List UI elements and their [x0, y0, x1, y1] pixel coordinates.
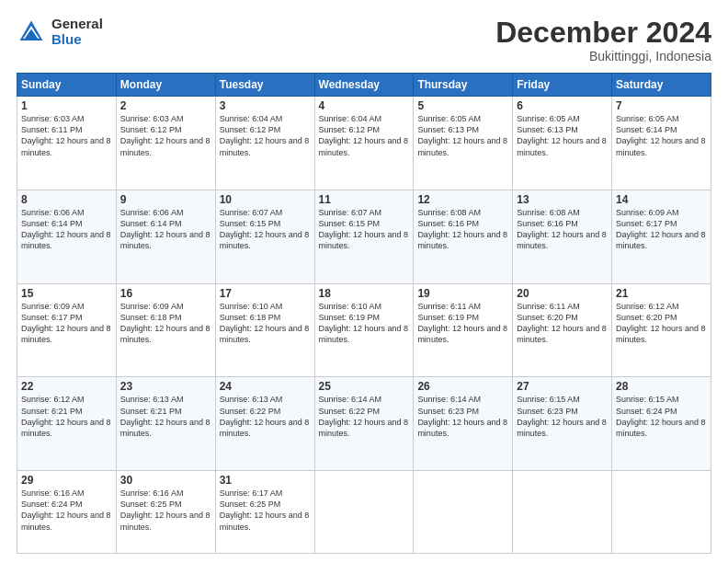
table-row: [314, 471, 414, 554]
day-info: Sunrise: 6:15 AM Sunset: 6:24 PM Dayligh…: [616, 394, 707, 439]
day-info: Sunrise: 6:16 AM Sunset: 6:25 PM Dayligh…: [120, 488, 211, 533]
col-friday: Friday: [513, 74, 612, 97]
table-row: 31Sunrise: 6:17 AM Sunset: 6:25 PM Dayli…: [215, 471, 314, 554]
day-number: 29: [21, 474, 112, 487]
day-info: Sunrise: 6:07 AM Sunset: 6:15 PM Dayligh…: [319, 207, 410, 252]
table-row: 24Sunrise: 6:13 AM Sunset: 6:22 PM Dayli…: [215, 377, 314, 471]
day-info: Sunrise: 6:12 AM Sunset: 6:21 PM Dayligh…: [21, 394, 112, 439]
day-info: Sunrise: 6:05 AM Sunset: 6:13 PM Dayligh…: [517, 113, 608, 158]
table-row: 3Sunrise: 6:04 AM Sunset: 6:12 PM Daylig…: [215, 97, 314, 190]
day-info: Sunrise: 6:11 AM Sunset: 6:19 PM Dayligh…: [417, 301, 508, 346]
day-number: 26: [417, 380, 508, 393]
logo: General Blue: [17, 17, 103, 47]
table-row: 19Sunrise: 6:11 AM Sunset: 6:19 PM Dayli…: [414, 283, 513, 377]
table-row: 6Sunrise: 6:05 AM Sunset: 6:13 PM Daylig…: [513, 97, 612, 190]
col-monday: Monday: [116, 74, 215, 97]
day-info: Sunrise: 6:13 AM Sunset: 6:21 PM Dayligh…: [120, 394, 211, 439]
day-number: 13: [517, 193, 608, 206]
day-info: Sunrise: 6:06 AM Sunset: 6:14 PM Dayligh…: [21, 207, 112, 252]
day-info: Sunrise: 6:09 AM Sunset: 6:18 PM Dayligh…: [120, 301, 211, 346]
day-info: Sunrise: 6:09 AM Sunset: 6:17 PM Dayligh…: [616, 207, 707, 252]
table-row: 12Sunrise: 6:08 AM Sunset: 6:16 PM Dayli…: [414, 190, 513, 283]
day-number: 4: [319, 99, 410, 112]
table-row: [513, 471, 612, 554]
day-number: 22: [21, 380, 112, 393]
table-row: 26Sunrise: 6:14 AM Sunset: 6:23 PM Dayli…: [414, 377, 513, 471]
day-info: Sunrise: 6:07 AM Sunset: 6:15 PM Dayligh…: [220, 207, 311, 252]
table-row: 23Sunrise: 6:13 AM Sunset: 6:21 PM Dayli…: [116, 377, 215, 471]
day-number: 7: [616, 99, 707, 112]
table-row: 17Sunrise: 6:10 AM Sunset: 6:18 PM Dayli…: [215, 283, 314, 377]
table-row: 8Sunrise: 6:06 AM Sunset: 6:14 PM Daylig…: [17, 190, 117, 283]
table-row: 28Sunrise: 6:15 AM Sunset: 6:24 PM Dayli…: [612, 377, 711, 471]
day-number: 6: [517, 99, 608, 112]
day-info: Sunrise: 6:04 AM Sunset: 6:12 PM Dayligh…: [220, 113, 311, 158]
day-number: 5: [417, 99, 508, 112]
calendar-table: Sunday Monday Tuesday Wednesday Thursday…: [17, 73, 711, 554]
day-number: 24: [220, 380, 311, 393]
table-row: 15Sunrise: 6:09 AM Sunset: 6:17 PM Dayli…: [17, 283, 117, 377]
table-row: 16Sunrise: 6:09 AM Sunset: 6:18 PM Dayli…: [116, 283, 215, 377]
day-number: 3: [220, 99, 311, 112]
page: General Blue December 2024 Bukittinggi, …: [0, 0, 728, 563]
day-number: 11: [319, 193, 410, 206]
day-number: 14: [616, 193, 707, 206]
day-number: 17: [220, 287, 311, 300]
table-row: 7Sunrise: 6:05 AM Sunset: 6:14 PM Daylig…: [612, 97, 711, 190]
day-number: 30: [120, 474, 211, 487]
table-row: 9Sunrise: 6:06 AM Sunset: 6:14 PM Daylig…: [116, 190, 215, 283]
day-number: 15: [21, 287, 112, 300]
table-row: 11Sunrise: 6:07 AM Sunset: 6:15 PM Dayli…: [314, 190, 414, 283]
day-info: Sunrise: 6:10 AM Sunset: 6:18 PM Dayligh…: [220, 301, 311, 346]
day-info: Sunrise: 6:14 AM Sunset: 6:22 PM Dayligh…: [319, 394, 410, 439]
day-number: 28: [616, 380, 707, 393]
table-row: 13Sunrise: 6:08 AM Sunset: 6:16 PM Dayli…: [513, 190, 612, 283]
day-info: Sunrise: 6:10 AM Sunset: 6:19 PM Dayligh…: [319, 301, 410, 346]
table-row: 20Sunrise: 6:11 AM Sunset: 6:20 PM Dayli…: [513, 283, 612, 377]
logo-icon: [17, 17, 46, 47]
main-title: December 2024: [495, 17, 711, 49]
day-info: Sunrise: 6:09 AM Sunset: 6:17 PM Dayligh…: [21, 301, 112, 346]
logo-text: General Blue: [51, 17, 103, 47]
day-info: Sunrise: 6:03 AM Sunset: 6:12 PM Dayligh…: [120, 113, 211, 158]
table-row: [414, 471, 513, 554]
day-number: 1: [21, 99, 112, 112]
day-info: Sunrise: 6:04 AM Sunset: 6:12 PM Dayligh…: [319, 113, 410, 158]
col-tuesday: Tuesday: [215, 74, 314, 97]
title-block: December 2024 Bukittinggi, Indonesia: [495, 17, 711, 63]
table-row: 1Sunrise: 6:03 AM Sunset: 6:11 PM Daylig…: [17, 97, 117, 190]
calendar-header-row: Sunday Monday Tuesday Wednesday Thursday…: [17, 74, 711, 97]
day-number: 16: [120, 287, 211, 300]
day-number: 19: [417, 287, 508, 300]
day-number: 8: [21, 193, 112, 206]
col-wednesday: Wednesday: [314, 74, 414, 97]
day-info: Sunrise: 6:12 AM Sunset: 6:20 PM Dayligh…: [616, 301, 707, 346]
day-info: Sunrise: 6:08 AM Sunset: 6:16 PM Dayligh…: [517, 207, 608, 252]
table-row: 5Sunrise: 6:05 AM Sunset: 6:13 PM Daylig…: [414, 97, 513, 190]
day-info: Sunrise: 6:06 AM Sunset: 6:14 PM Dayligh…: [120, 207, 211, 252]
day-number: 10: [220, 193, 311, 206]
day-info: Sunrise: 6:15 AM Sunset: 6:23 PM Dayligh…: [517, 394, 608, 439]
table-row: 25Sunrise: 6:14 AM Sunset: 6:22 PM Dayli…: [314, 377, 414, 471]
table-row: [612, 471, 711, 554]
day-info: Sunrise: 6:08 AM Sunset: 6:16 PM Dayligh…: [417, 207, 508, 252]
col-thursday: Thursday: [414, 74, 513, 97]
day-number: 18: [319, 287, 410, 300]
col-saturday: Saturday: [612, 74, 711, 97]
day-number: 9: [120, 193, 211, 206]
table-row: 2Sunrise: 6:03 AM Sunset: 6:12 PM Daylig…: [116, 97, 215, 190]
day-number: 2: [120, 99, 211, 112]
day-info: Sunrise: 6:13 AM Sunset: 6:22 PM Dayligh…: [220, 394, 311, 439]
table-row: 14Sunrise: 6:09 AM Sunset: 6:17 PM Dayli…: [612, 190, 711, 283]
table-row: 4Sunrise: 6:04 AM Sunset: 6:12 PM Daylig…: [314, 97, 414, 190]
day-number: 31: [220, 474, 311, 487]
table-row: 10Sunrise: 6:07 AM Sunset: 6:15 PM Dayli…: [215, 190, 314, 283]
subtitle: Bukittinggi, Indonesia: [495, 49, 711, 63]
day-number: 23: [120, 380, 211, 393]
table-row: 29Sunrise: 6:16 AM Sunset: 6:24 PM Dayli…: [17, 471, 117, 554]
day-info: Sunrise: 6:05 AM Sunset: 6:14 PM Dayligh…: [616, 113, 707, 158]
day-info: Sunrise: 6:05 AM Sunset: 6:13 PM Dayligh…: [417, 113, 508, 158]
day-info: Sunrise: 6:03 AM Sunset: 6:11 PM Dayligh…: [21, 113, 112, 158]
day-number: 21: [616, 287, 707, 300]
day-info: Sunrise: 6:14 AM Sunset: 6:23 PM Dayligh…: [417, 394, 508, 439]
